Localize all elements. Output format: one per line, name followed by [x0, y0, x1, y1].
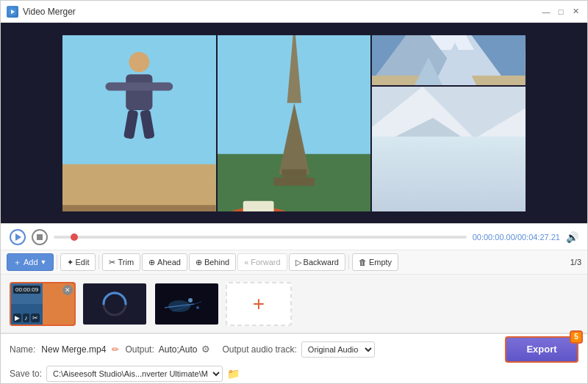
play-icon [15, 233, 21, 241]
save-path-select[interactable]: C:\Aiseesoft Studio\Ais...nverter Ultima… [46, 366, 223, 382]
forward-button[interactable]: « Forward [237, 253, 287, 271]
name-label: Name: [10, 344, 35, 355]
progress-indicator [71, 233, 78, 241]
svg-rect-9 [62, 205, 216, 211]
ahead-icon: ⊕ [148, 258, 155, 267]
trim-button[interactable]: ✂ Trim [102, 253, 140, 271]
timeline-thumb-3 [155, 283, 218, 325]
svg-rect-8 [62, 164, 216, 211]
behind-button[interactable]: ⊕ Behind [189, 253, 236, 271]
video-indicator: ▶ [13, 314, 21, 322]
forward-icon: « [244, 258, 248, 267]
svg-rect-22 [243, 200, 273, 211]
preview-area [1, 23, 587, 223]
timeline-item-2[interactable] [82, 282, 148, 326]
export-button[interactable]: Export [505, 336, 578, 363]
timeline-time-1: 00:00:09 [13, 286, 40, 294]
empty-button[interactable]: 🗑 Empty [352, 253, 398, 271]
main-window: Video Merger — □ ✕ [0, 0, 588, 384]
audio-section: Output audio track: Original Audio [222, 341, 374, 358]
trash-icon: 🗑 [359, 258, 367, 267]
separator-2 [98, 255, 99, 269]
svg-rect-20 [273, 177, 315, 185]
output-value: Auto;Auto [159, 344, 198, 355]
ahead-button[interactable]: ⊕ Ahead [142, 253, 187, 271]
playback-controls: 00:00:00.00/00:04:27.21 🔊 [1, 223, 587, 250]
video-cell-snow [372, 87, 526, 211]
add-timeline-icon: + [253, 292, 265, 316]
timeline-icons-1: ▶ ♪ ✂ [13, 314, 40, 322]
behind-icon: ⊕ [196, 258, 202, 267]
svg-rect-6 [372, 75, 526, 84]
settings-icon[interactable]: ⚙ [201, 344, 210, 355]
progress-bar[interactable] [54, 236, 467, 239]
edit-icon: ✦ [67, 258, 74, 267]
stop-icon [37, 234, 43, 240]
backward-button[interactable]: ▷ Backward [289, 253, 345, 271]
timeline-close-1[interactable]: ✕ [62, 285, 73, 295]
svg-rect-11 [126, 74, 152, 110]
play-button[interactable] [10, 229, 26, 245]
svg-rect-19 [282, 169, 306, 177]
name-row: Name: New Merge.mp4 ✏ Output: Auto;Auto … [10, 336, 578, 363]
maximize-button[interactable]: □ [555, 6, 567, 18]
name-value: New Merge.mp4 [41, 344, 106, 355]
svg-point-36 [188, 298, 193, 303]
window-controls: — □ ✕ [540, 6, 581, 18]
svg-marker-26 [392, 170, 526, 211]
save-row: Save to: C:\Aiseesoft Studio\Ais...nvert… [10, 366, 578, 382]
timeline-item-1[interactable]: ✕ 00:00:09 ▶ ♪ ✂ [10, 282, 76, 326]
add-dropdown-arrow[interactable]: ▼ [40, 258, 47, 266]
video-cell-jumping [62, 35, 216, 211]
separator-1 [57, 255, 57, 269]
page-indicator: 1/3 [570, 258, 581, 267]
separator-3 [348, 255, 349, 269]
minimize-button[interactable]: — [540, 6, 552, 18]
bottom-bar: Name: New Merge.mp4 ✏ Output: Auto;Auto … [1, 333, 587, 383]
edit-button[interactable]: ✦ Edit [60, 253, 96, 271]
close-button[interactable]: ✕ [570, 6, 581, 18]
title-bar: Video Merger — □ ✕ [1, 1, 587, 23]
audio-label: Output audio track: [222, 344, 296, 355]
timeline-thumb-1: ✕ 00:00:09 ▶ ♪ ✂ [11, 283, 74, 325]
add-button[interactable]: ＋ Add ▼ [7, 253, 54, 271]
window-title: Video Merger [23, 7, 540, 17]
video-cell-eiffel [218, 35, 371, 211]
backward-icon: ▷ [295, 258, 301, 267]
trim-icon: ✂ [109, 258, 115, 267]
toolbar: ＋ Add ▼ ✦ Edit ✂ Trim ⊕ Ahead ⊕ Behind «… [1, 250, 587, 275]
output-section: Output: Auto;Auto ⚙ [125, 344, 210, 355]
video-grid [62, 35, 526, 211]
edit-name-icon[interactable]: ✏ [112, 344, 119, 355]
browse-folder-icon[interactable]: 📁 [227, 368, 240, 380]
svg-point-10 [129, 51, 149, 72]
timeline-thumb-2 [83, 283, 146, 325]
video-cell-mountain-top [372, 35, 526, 85]
timeline-item-3[interactable] [154, 282, 220, 326]
audio-indicator: ♪ [23, 314, 29, 322]
app-icon [7, 6, 18, 18]
add-icon: ＋ [13, 257, 21, 268]
time-display: 00:00:00.00/00:04:27.21 [473, 233, 560, 242]
scissors-indicator: ✂ [31, 314, 40, 322]
export-container: 5 Export [505, 336, 578, 363]
timeline-add-item[interactable]: + [226, 282, 292, 326]
export-badge: 5 [570, 330, 583, 344]
svg-rect-23 [372, 87, 526, 211]
volume-icon[interactable]: 🔊 [566, 231, 578, 243]
output-label: Output: [125, 344, 154, 355]
save-label: Save to: [10, 369, 42, 379]
svg-point-37 [196, 306, 199, 309]
audio-select[interactable]: Original Audio [301, 341, 375, 358]
stop-button[interactable] [32, 229, 48, 245]
timeline: ✕ 00:00:09 ▶ ♪ ✂ [1, 275, 587, 333]
svg-rect-12 [105, 82, 173, 90]
